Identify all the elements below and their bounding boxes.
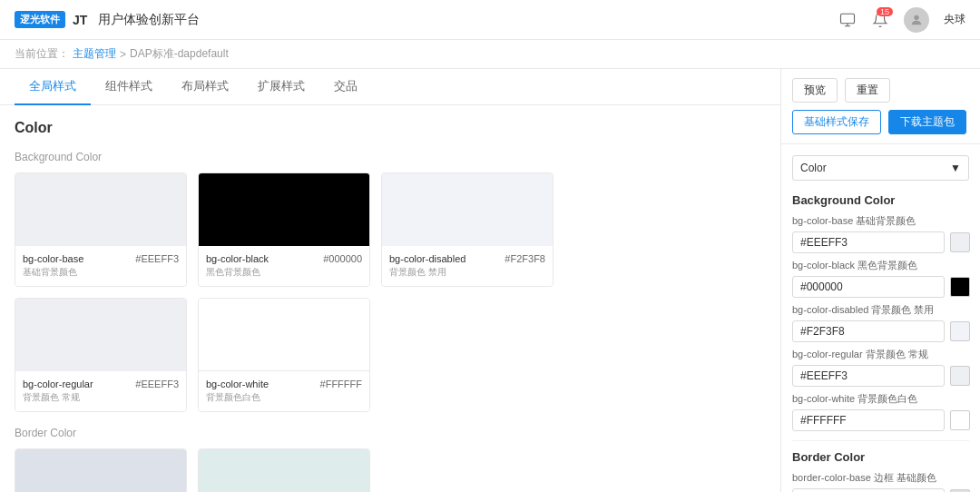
tab-extend-style[interactable]: 扩展样式: [243, 69, 319, 105]
panel-input-bg-base[interactable]: [792, 231, 945, 253]
color-info-bg-disabled: bg-color-disabled 背景颜色 禁用 #F2F3F8: [382, 246, 553, 286]
panel-category-dropdown[interactable]: Color ▼: [792, 155, 969, 181]
bg-color-subtitle: Background Color: [15, 151, 766, 163]
panel-item-bg-base: bg-color-base 基础背景颜色: [792, 214, 969, 253]
color-desc-bg-regular: 背景颜色 常规: [23, 391, 93, 404]
color-card-border-base: border-color-base 边框 基础颜色 #DCE1...: [15, 448, 187, 492]
panel-input-bg-disabled[interactable]: [792, 320, 945, 342]
right-panel: 预览 重置 基础样式保存 下载主题包 Color ▼ Background Co…: [780, 69, 980, 492]
panel-item-row-bg-black: [792, 276, 969, 298]
bg-color-grid: bg-color-base 基础背景颜色 #EEEFF3 bg-color-bl…: [15, 172, 766, 287]
breadcrumb-sep: >: [120, 48, 126, 61]
download-theme-button[interactable]: 下载主题包: [888, 110, 966, 134]
color-name-bg-white: bg-color-white: [206, 379, 269, 389]
notification-badge: 15: [877, 7, 893, 16]
color-card-bg-regular: bg-color-regular 背景颜色 常规 #EEEFF3: [15, 298, 187, 412]
panel-item-row-bg-regular: [792, 365, 969, 387]
logo-badge: 逻光软件: [15, 11, 65, 28]
panel-item-bg-black: bg-color-black 黑色背景颜色: [792, 259, 969, 298]
avatar[interactable]: [904, 7, 929, 33]
right-panel-header: 预览 重置 基础样式保存 下载主题包: [781, 69, 980, 144]
panel-item-row-bg-white: [792, 409, 969, 431]
swatch-bg-black: [199, 173, 369, 246]
panel-bg-group-title: Background Color: [792, 193, 969, 207]
jt-logo: JT: [73, 13, 87, 27]
main-layout: 全局样式 组件样式 布局样式 扩展样式 交品 Color Background …: [0, 69, 980, 492]
panel-item-label-bg-black: bg-color-black 黑色背景颜色: [792, 259, 969, 272]
color-desc-bg-black: 黑色背景颜色: [206, 266, 269, 279]
swatch-bg-base: [15, 173, 186, 246]
color-hex-bg-disabled: #F2F3F8: [505, 253, 545, 264]
color-info-bg-base: bg-color-base 基础背景颜色 #EEEFF3: [15, 246, 186, 286]
panel-item-border-base: border-color-base 边框 基础颜色: [792, 471, 969, 492]
platform-title: 用户体验创新平台: [98, 12, 200, 28]
color-card-bg-base: bg-color-base 基础背景颜色 #EEEFF3: [15, 172, 187, 287]
tab-global-style[interactable]: 全局样式: [15, 69, 91, 105]
panel-swatch-bg-disabled[interactable]: [950, 321, 970, 341]
swatch-bg-regular: [15, 299, 186, 371]
breadcrumb: 当前位置： 主题管理 > DAP标准-dapdefault: [0, 40, 980, 69]
panel-input-bg-black[interactable]: [792, 276, 945, 298]
color-hex-bg-black: #000000: [323, 253, 362, 264]
swatch-bg-disabled: [382, 173, 553, 246]
panel-item-label-bg-base: bg-color-base 基础背景颜色: [792, 214, 969, 228]
monitor-icon[interactable]: [838, 11, 857, 29]
color-hex-bg-white: #FFFFFF: [320, 379, 362, 389]
svg-point-1: [914, 15, 918, 19]
swatch-border-light: [199, 449, 369, 492]
color-hex-bg-base: #EEEFF3: [135, 253, 179, 264]
panel-item-label-bg-regular: bg-color-regular 背景颜色 常规: [792, 348, 969, 361]
breadcrumb-link-main[interactable]: 主题管理: [73, 46, 116, 62]
border-color-subtitle: Border Color: [15, 427, 766, 439]
content-area: 全局样式 组件样式 布局样式 扩展样式 交品 Color Background …: [0, 69, 780, 492]
panel-swatch-bg-white[interactable]: [950, 410, 970, 430]
logo-area: 逻光软件 JT: [15, 11, 87, 28]
tabs-bar: 全局样式 组件样式 布局样式 扩展样式 交品: [0, 69, 780, 105]
tab-product[interactable]: 交品: [319, 69, 372, 105]
panel-content: Color ▼ Background Color bg-color-base 基…: [781, 144, 980, 492]
panel-border-group-title: Border Color: [792, 450, 969, 464]
color-name-bg-disabled: bg-color-disabled: [389, 253, 466, 264]
color-name-bg-black: bg-color-black: [206, 253, 269, 264]
panel-item-bg-disabled: bg-color-disabled 背景颜色 禁用: [792, 303, 969, 342]
color-hex-bg-regular: #EEEFF3: [135, 379, 179, 389]
svg-rect-0: [841, 14, 855, 24]
chevron-down-icon: ▼: [950, 162, 961, 174]
panel-item-label-bg-white: bg-color-white 背景颜色白色: [792, 392, 969, 406]
color-card-bg-black: bg-color-black 黑色背景颜色 #000000: [198, 172, 370, 287]
preview-button[interactable]: 预览: [792, 78, 838, 103]
panel-item-row-bg-disabled: [792, 320, 969, 342]
color-name-bg-regular: bg-color-regular: [23, 379, 93, 389]
panel-input-bg-regular[interactable]: [792, 365, 945, 387]
panel-swatch-bg-black[interactable]: [950, 277, 970, 297]
color-card-bg-white: bg-color-white 背景颜色白色 #FFFFFF: [198, 298, 370, 412]
swatch-border-base: [15, 449, 186, 492]
save-base-style-button[interactable]: 基础样式保存: [792, 110, 881, 134]
color-section: Color Background Color bg-color-base 基础背…: [0, 105, 780, 492]
panel-item-row-border-base: [792, 488, 969, 492]
swatch-bg-white: [199, 299, 369, 371]
panel-input-border-base[interactable]: [792, 488, 945, 492]
breadcrumb-current: DAP标准-dapdefault: [130, 46, 229, 62]
panel-item-label-bg-disabled: bg-color-disabled 背景颜色 禁用: [792, 303, 969, 317]
header-right: 15 央球: [838, 7, 965, 33]
dropdown-label: Color: [800, 162, 827, 174]
header: 逻光软件 JT 用户体验创新平台 15 央球: [0, 0, 980, 40]
tab-component-style[interactable]: 组件样式: [91, 69, 167, 105]
reset-button[interactable]: 重置: [845, 78, 890, 103]
panel-swatch-bg-base[interactable]: [950, 232, 970, 252]
divider-1: [792, 440, 969, 441]
color-info-bg-white: bg-color-white 背景颜色白色 #FFFFFF: [199, 371, 369, 411]
breadcrumb-prefix: 当前位置：: [15, 46, 69, 62]
panel-input-bg-white[interactable]: [792, 409, 945, 431]
color-desc-bg-base: 基础背景颜色: [23, 266, 83, 279]
tab-layout-style[interactable]: 布局样式: [167, 69, 243, 105]
bg-color-grid-2: bg-color-regular 背景颜色 常规 #EEEFF3 bg-colo…: [15, 298, 766, 412]
username: 央球: [944, 12, 965, 27]
panel-item-bg-regular: bg-color-regular 背景颜色 常规: [792, 348, 969, 387]
color-name-bg-base: bg-color-base: [23, 253, 83, 264]
panel-swatch-bg-regular[interactable]: [950, 366, 970, 386]
color-info-bg-regular: bg-color-regular 背景颜色 常规 #EEEFF3: [15, 371, 186, 411]
panel-item-row-bg-base: [792, 231, 969, 253]
notification-icon[interactable]: 15: [871, 11, 889, 29]
